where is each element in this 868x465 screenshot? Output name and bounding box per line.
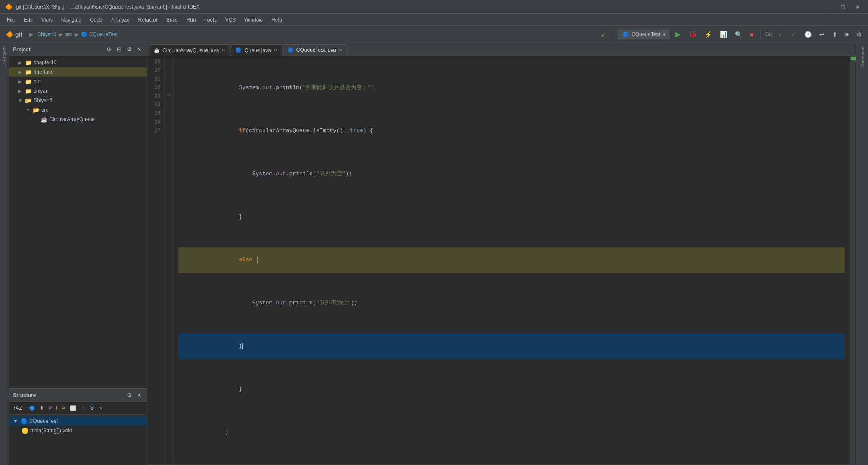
- git-clock-button[interactable]: 🕐: [802, 29, 814, 40]
- struct-sort-alpha-button[interactable]: ↕AZ: [11, 404, 24, 412]
- tree-item-out[interactable]: ▶ 📁 out: [9, 77, 147, 86]
- code-editor[interactable]: 29 30 31 32 33 34 35 36 37: [147, 56, 856, 464]
- code-line-35: }: [178, 333, 845, 359]
- breadcrumb-src[interactable]: src: [65, 31, 72, 37]
- tab-queue[interactable]: 🔵 Queue.java ✕: [231, 44, 282, 56]
- tree-item-shiyan6[interactable]: ▼ 📂 Shiyan6: [9, 96, 147, 105]
- tree-item-circular[interactable]: ☕ CircularArrayQueue: [9, 115, 147, 124]
- tab-close-icon[interactable]: ✕: [339, 47, 342, 53]
- close-button[interactable]: ✕: [852, 2, 863, 12]
- struct-settings-button[interactable]: ⚙: [125, 391, 134, 399]
- tab-close-icon[interactable]: ✕: [274, 47, 277, 53]
- tree-item-shiyan[interactable]: ▶ 📁 shiyan: [9, 86, 147, 96]
- tree-item-interface[interactable]: ▶ 📁 Interface: [9, 67, 147, 77]
- menu-refactor[interactable]: Refactor: [135, 16, 161, 24]
- struct-class-name: CQueueTest: [29, 418, 58, 424]
- menu-view[interactable]: View: [38, 16, 56, 24]
- struct-more-button[interactable]: ⦿: [88, 404, 96, 412]
- code-line-37: }: [178, 419, 845, 445]
- run-with-coverage-button[interactable]: ⚡: [702, 29, 715, 40]
- breadcrumb-shiyan6[interactable]: Shiyan6: [37, 31, 56, 37]
- settings-button[interactable]: ⚙: [854, 29, 865, 40]
- structure-panel: Structure ⚙ ✕ ↕AZ ↕🔷 ⬇ P f A ⬜: [9, 388, 147, 465]
- tree-item-chapter10[interactable]: ▶ 📁 chapter10: [9, 58, 147, 67]
- profile-button[interactable]: 📊: [717, 29, 730, 40]
- tab-cqueue-test[interactable]: 🔵 CQueueTest.java ✕: [283, 44, 347, 56]
- menu-build[interactable]: Build: [163, 16, 181, 24]
- project-close-button[interactable]: ✕: [135, 45, 143, 53]
- toolbar-sep-2: [760, 29, 761, 40]
- stop-button[interactable]: ■: [747, 29, 756, 40]
- code-content[interactable]: System.out.println("判断此时队列是否为空："); if(ci…: [173, 56, 850, 464]
- struct-inherited-button[interactable]: ⬇: [38, 404, 46, 412]
- tab-close-icon[interactable]: ✕: [221, 47, 225, 53]
- toolbar-sep-1: [613, 29, 613, 40]
- tree-label: Shiyan6: [34, 97, 52, 103]
- breadcrumb-cqueue[interactable]: 🔵 CQueueTest: [81, 31, 118, 37]
- structure-panel-icons: ⚙ ✕: [125, 391, 143, 399]
- line-numbers: 29 30 31 32 33 34 35 36 37: [147, 56, 165, 464]
- struct-methods-button[interactable]: f: [54, 404, 59, 412]
- menu-window[interactable]: Window: [241, 16, 266, 24]
- menu-edit[interactable]: Edit: [20, 16, 36, 24]
- menu-vcs[interactable]: VCS: [222, 16, 240, 24]
- struct-method-name: main(String[]):void: [30, 428, 72, 434]
- folder-icon: 📁: [25, 78, 32, 85]
- tree-item-src[interactable]: ▼ 📂 src: [9, 105, 147, 115]
- struct-close-button[interactable]: ✕: [135, 391, 143, 399]
- struct-fields-button[interactable]: P: [47, 404, 53, 412]
- editor-tab-bar: ☕ CircularArrayQueue.java ✕ 🔵 Queue.java…: [147, 43, 856, 56]
- menu-help[interactable]: Help: [268, 16, 286, 24]
- code-line-29: System.out.println("判断此时队列是否为空：");: [178, 75, 845, 101]
- tab-label: Queue.java: [244, 47, 271, 53]
- run-config-selector[interactable]: 🔵 CQueueTest ▾: [618, 30, 670, 39]
- java-file-icon: ☕: [40, 116, 47, 123]
- git-check-button[interactable]: ✓: [776, 29, 786, 40]
- git-more-button[interactable]: ≡: [843, 29, 851, 40]
- cqueue-tab-icon: 🔵: [288, 47, 294, 53]
- menu-tools[interactable]: Tools: [201, 16, 220, 24]
- struct-expand-all-button[interactable]: »: [97, 404, 104, 412]
- vert-tab-project[interactable]: 1: Project: [0, 43, 9, 70]
- search-everywhere-button[interactable]: 🔍: [732, 29, 745, 40]
- run-config-label: CQueueTest: [632, 31, 660, 37]
- struct-item-class[interactable]: ▼ 🔵 CQueueTest: [9, 416, 147, 426]
- project-collapse-button[interactable]: ⊟: [115, 45, 123, 53]
- debug-button[interactable]: 🐞: [686, 28, 700, 40]
- project-panel-title: Project: [13, 46, 31, 53]
- left-vertical-tabs: 1: Project 2: Structure 2: Favorites: [0, 43, 9, 465]
- git-revert-button[interactable]: ↩: [817, 29, 827, 40]
- struct-sort-type-button[interactable]: ↕🔷: [25, 404, 37, 412]
- menu-analyze[interactable]: Analyze: [108, 16, 133, 24]
- struct-expand-button[interactable]: ⬜: [68, 404, 78, 412]
- code-line-34: System.out.println("队列不为空");: [178, 290, 845, 316]
- tab-circular-array-queue[interactable]: ☕ CircularArrayQueue.java ✕: [149, 44, 230, 56]
- tree-arrow-icon: ▶: [18, 79, 23, 84]
- dropdown-arrow-icon: ▾: [663, 31, 666, 37]
- vcs-update-button[interactable]: ↙: [598, 29, 609, 40]
- java-tab-icon: ☕: [154, 47, 160, 53]
- git-push-button[interactable]: ⬆: [830, 29, 840, 40]
- minimize-button[interactable]: ─: [824, 2, 834, 12]
- class-expand-arrow: ▼: [13, 418, 18, 424]
- maximize-button[interactable]: □: [839, 2, 847, 12]
- project-sync-button[interactable]: ⟳: [105, 45, 113, 53]
- struct-item-main[interactable]: 🟡 main(String[]):void: [9, 426, 147, 435]
- title-bar: 🔶 git [C:\Users\XPS\git] – ...\Shiyan6\s…: [0, 0, 868, 14]
- folder-icon: 📁: [25, 88, 32, 94]
- run-button[interactable]: ▶: [673, 28, 683, 40]
- menu-navigate[interactable]: Navigate: [58, 16, 85, 24]
- tab-label: CircularArrayQueue.java: [162, 47, 219, 53]
- database-sidebar-tab[interactable]: Database: [859, 45, 866, 68]
- git-check2-button[interactable]: ✓: [789, 29, 799, 40]
- debug-gutter: →: [165, 56, 173, 464]
- menu-run[interactable]: Run: [183, 16, 199, 24]
- menu-file[interactable]: File: [3, 16, 19, 24]
- structure-panel-title: Structure: [13, 392, 36, 398]
- menu-code[interactable]: Code: [87, 16, 106, 24]
- struct-groups-button[interactable]: ☆: [79, 404, 87, 412]
- struct-anonymous-button[interactable]: A: [60, 404, 67, 412]
- structure-panel-header: Structure ⚙ ✕: [9, 389, 147, 402]
- code-line-30: if(circularArrayQueue.isEmpty()==true) {: [178, 118, 845, 144]
- project-settings-button[interactable]: ⚙: [125, 45, 134, 53]
